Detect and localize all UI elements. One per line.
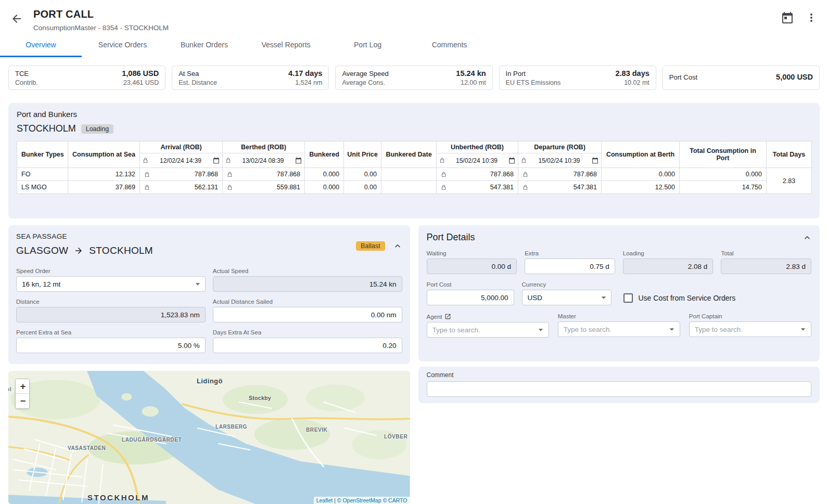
tab-bar: Overview Service Orders Bunker Orders Ve… <box>0 34 828 57</box>
currency-field: Currency USD <box>522 281 612 306</box>
comment-label: Comment <box>427 371 812 379</box>
port-captain-field: Port Captain <box>689 313 811 338</box>
calendar-icon <box>781 11 794 24</box>
zoom-out-button[interactable]: − <box>16 394 30 408</box>
lock-icon[interactable] <box>521 158 527 163</box>
tab-port-log[interactable]: Port Log <box>327 34 409 57</box>
comment-card: Comment <box>418 367 820 403</box>
map-label-brevik: BREVIK <box>306 427 327 433</box>
map-tiles <box>8 371 410 504</box>
port-captain-search-input[interactable] <box>689 321 811 337</box>
calendar-icon[interactable] <box>295 157 302 164</box>
tab-bunker-orders[interactable]: Bunker Orders <box>163 34 245 57</box>
master-label: Master <box>558 313 680 319</box>
dropdown-caret-icon <box>598 292 606 303</box>
map-label-stockby: Stockby <box>249 395 271 401</box>
carto-link[interactable]: © CARTO <box>383 497 407 503</box>
port-and-bunkers-card: Port and Bunkers STOCKHOLM Loading Bunke… <box>8 103 820 218</box>
lock-icon[interactable] <box>144 172 150 177</box>
consumption-at-sea-value: 37.869 <box>68 181 140 194</box>
osm-link[interactable]: © OpenStreetMap <box>337 497 381 503</box>
comment-input[interactable] <box>427 381 812 397</box>
tab-overview[interactable]: Overview <box>0 34 82 57</box>
external-link-icon[interactable] <box>444 313 451 320</box>
more-menu-button[interactable] <box>804 10 819 25</box>
master-field: Master <box>558 313 680 338</box>
bunkers-table: Bunker Types Consumption at Sea Arrival … <box>17 141 812 194</box>
kpi-label: Port Cost <box>669 73 697 81</box>
speed-order-label: Speed Order <box>16 268 206 274</box>
sea-passage-card: SEA PASSAGE GLASGOW STOCKHOLM Ballast Sp… <box>8 225 410 364</box>
speed-order-select[interactable]: 16 kn, 12 mt <box>16 276 206 292</box>
back-arrow-icon <box>10 12 23 25</box>
calendar-button[interactable] <box>780 10 795 25</box>
tab-service-orders[interactable]: Service Orders <box>82 34 163 57</box>
loading-label: Loading <box>623 250 714 256</box>
extra-input[interactable]: 0.75 d <box>525 259 615 274</box>
currency-select[interactable]: USD <box>522 290 612 305</box>
agent-label: Agent <box>427 314 442 320</box>
port-captain-label: Port Captain <box>689 313 811 319</box>
collapse-port-details-button[interactable] <box>802 232 812 243</box>
total-days-value: 2.83 <box>767 168 812 194</box>
kebab-menu-icon <box>805 11 818 24</box>
col-bunker-types: Bunker Types <box>17 141 68 168</box>
kpi-sub-label: Est. Distance <box>179 79 217 86</box>
speed-order-value: 16 kn, 12 mt <box>22 280 60 288</box>
lock-icon[interactable] <box>143 158 148 163</box>
port-cost-label: Port Cost <box>427 281 514 288</box>
lock-icon[interactable] <box>439 158 445 163</box>
berthed-rob-cell: 787.868 <box>223 168 305 181</box>
lock-icon[interactable] <box>441 172 447 177</box>
back-button[interactable] <box>9 11 24 26</box>
col-departure-rob: Departure (ROB) <box>518 141 602 153</box>
lock-icon[interactable] <box>441 185 447 190</box>
total-input: 2.83 d <box>721 259 811 274</box>
currency-value: USD <box>528 294 543 302</box>
lock-icon[interactable] <box>523 185 528 190</box>
tab-comments[interactable]: Comments <box>409 34 490 57</box>
map-zoom-control: + − <box>15 379 30 409</box>
actual-distance-sailed-field: Actual Distance Sailed 0.00 nm <box>213 299 402 322</box>
departure-rob-cell: 547.381 <box>518 181 602 194</box>
port-cost-input[interactable] <box>427 290 514 305</box>
port-and-bunkers-title: Port and Bunkers <box>17 110 811 119</box>
bunkered-date-value <box>381 181 437 194</box>
departure-rob-cell: 787.868 <box>518 168 602 181</box>
lock-icon[interactable] <box>144 185 150 190</box>
unit-price-value: 0.00 <box>344 168 381 181</box>
master-search-input[interactable] <box>558 321 680 337</box>
percent-extra-at-sea-input[interactable]: 5.00 % <box>16 338 206 353</box>
lock-icon[interactable] <box>227 185 233 190</box>
percent-extra-at-sea-field: Percent Extra at Sea 5.00 % <box>16 329 206 353</box>
kpi-value: 1,086 USD <box>122 69 159 77</box>
distance-value: 1,523.83 nm <box>161 311 200 319</box>
zoom-in-button[interactable]: + <box>16 379 30 394</box>
arrival-date: 12/02/24 14:39 <box>150 157 211 164</box>
calendar-icon[interactable] <box>213 157 220 164</box>
agent-search-input[interactable] <box>427 322 549 338</box>
arrival-rob-value: 787.868 <box>152 171 218 178</box>
use-cost-checkbox[interactable] <box>623 293 633 303</box>
leaflet-link[interactable]: Leaflet <box>316 497 333 503</box>
calendar-icon[interactable] <box>592 157 598 164</box>
lock-icon[interactable] <box>225 158 231 163</box>
map-label-stockholm: STOCKHOLM <box>87 493 149 502</box>
map[interactable]: + − Lidingö Stockby LARSBERG BREVIK LÖVB… <box>8 371 410 504</box>
lock-icon[interactable] <box>523 172 528 177</box>
consumption-at-berth-value: 0.000 <box>602 168 680 181</box>
attribution-divider: | <box>334 497 336 503</box>
days-extra-at-sea-input[interactable]: 0.20 <box>213 338 402 353</box>
kpi-sub-label: Contrib. <box>15 79 38 86</box>
actual-speed-label: Actual Speed <box>213 268 402 274</box>
actual-distance-sailed-input[interactable]: 0.00 nm <box>213 307 402 322</box>
port-cost-field: Port Cost <box>427 281 514 306</box>
page-title: PORT CALL <box>33 8 169 20</box>
calendar-icon[interactable] <box>508 157 515 164</box>
tab-vessel-reports[interactable]: Vessel Reports <box>245 34 327 57</box>
port-status-badge: Loading <box>81 124 114 134</box>
collapse-sea-passage-button[interactable] <box>392 241 403 251</box>
lock-icon[interactable] <box>227 172 233 177</box>
departure-date: 15/02/24 10:39 <box>529 157 590 164</box>
port-details-card: Port Details Waiting 0.00 d Extra 0.75 d… <box>418 225 820 361</box>
